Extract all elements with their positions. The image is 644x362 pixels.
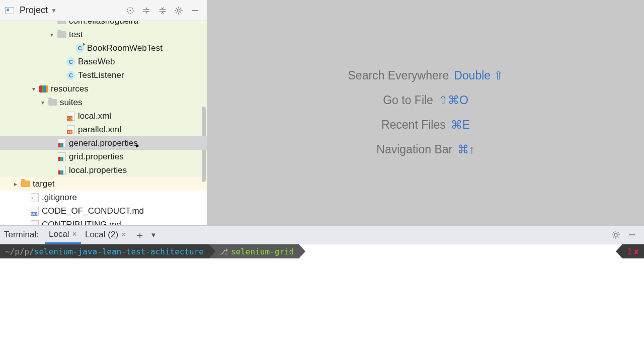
terminal-body[interactable]: ~/p/p/selenium-java-lean-test-achitectur… [0,244,644,362]
tip-shortcut: Double ⇧ [454,69,503,82]
class-icon: C [65,57,76,66]
terminal-toolbar: Terminal: Local×Local (2)× ＋ ▼ [0,225,644,244]
tip-label: Recent Files [381,118,446,132]
res-icon [38,84,49,94]
terminal-tab[interactable]: Local× [45,226,81,244]
project-icon [4,6,15,15]
terminal-tab-label: Local [49,229,69,239]
folder-icon [47,98,58,107]
tree-item-label: parallel.xml [78,125,121,135]
chevron-right-icon[interactable]: ▸ [11,180,20,188]
new-terminal-icon[interactable]: ＋ [135,228,145,242]
terminal-minimize-icon[interactable] [624,227,640,243]
svg-point-2 [177,9,180,12]
tree-item-label: BaseWeb [78,57,115,67]
prop-icon [56,139,67,148]
project-title: Project [20,5,48,16]
tree-item-label: resources [51,84,89,94]
collapse-all-icon[interactable] [154,3,171,19]
tree-item[interactable]: CTestListener [0,68,207,82]
folder-icon [56,30,67,39]
tree-item-label: local.xml [78,111,111,121]
chevron-down-icon: ▼ [51,7,57,14]
tree-item[interactable]: ▸target [0,177,207,191]
expand-all-icon[interactable] [138,3,154,19]
terminal-tab[interactable]: Local (2)× [81,226,130,244]
xml-icon [65,125,76,134]
tree-item[interactable]: CONTRIBUTING.md [0,218,207,225]
tree-item[interactable]: .gitignore [0,191,207,204]
project-header: Project ▼ [0,0,207,21]
tree-item[interactable]: parallel.xml [0,123,207,136]
terminal-tab-label: Local (2) [85,230,118,240]
prop-icon [56,152,67,161]
prompt-path-segment: ~/p/p/selenium-java-lean-test-achitectur… [0,244,209,258]
tree-item[interactable]: CBaseWeb [0,55,207,68]
tip-label: Go to File [383,94,433,107]
tree-item-label: general.properties [69,138,138,148]
terminal-prompt: ~/p/p/selenium-java-lean-test-achitectur… [0,244,644,258]
terminal-settings-icon[interactable] [608,227,624,243]
tree-item-label: .gitignore [42,193,77,203]
project-view-selector[interactable]: Project ▼ [4,5,57,16]
project-tree[interactable]: com.eliasnogueira▾testCBookRoomWebTestCB… [0,21,207,225]
svg-point-3 [614,233,617,236]
tree-item[interactable]: CBookRoomWebTest [0,41,207,55]
tree-item-label: suites [60,98,82,108]
xml-icon [65,112,76,121]
git-icon [29,193,40,202]
close-icon[interactable]: × [72,230,77,239]
tree-item-label: com.eliasnogueira [69,21,138,26]
settings-icon[interactable] [171,3,187,19]
tree-item[interactable]: local.xml [0,109,207,123]
md-icon [29,207,40,216]
tree-item[interactable]: local.properties [0,163,207,177]
tree-item[interactable]: ▾suites [0,96,207,109]
terminal-label: Terminal: [4,230,39,240]
tree-item[interactable]: CODE_OF_CONDUCT.md [0,204,207,218]
editor-tip: Recent Files ⌘E [381,118,470,132]
class-run-icon: C [74,44,86,53]
class-icon: C [65,71,76,80]
tree-item-label: target [33,179,54,189]
chevron-down-icon[interactable]: ▾ [47,31,56,38]
tree-item-label: grid.properties [69,152,124,162]
tip-label: Search Everywhere [348,69,449,82]
terminal-dropdown-icon[interactable]: ▼ [150,231,156,239]
tree-item[interactable]: ▾test [0,28,207,41]
chevron-down-icon[interactable]: ▾ [38,99,47,106]
tree-item-label: BookRoomWebTest [87,43,163,53]
close-icon[interactable]: × [121,230,126,239]
editor-tip: Go to File ⇧⌘O [383,94,468,107]
tip-shortcut: ⇧⌘O [438,94,468,107]
prop-icon [56,166,67,175]
locate-icon[interactable] [122,3,138,19]
prompt-branch-segment: ⎇selenium-grid [209,244,299,258]
tip-shortcut: ⌘E [451,118,470,132]
editor-tip: Navigation Bar ⌘↑ [376,143,474,156]
tree-item[interactable]: general.properties▸ [0,136,207,150]
editor-tip: Search Everywhere Double ⇧ [348,69,504,82]
tree-item-label: CONTRIBUTING.md [42,220,121,226]
tip-label: Navigation Bar [376,143,452,156]
tree-item[interactable]: ▾resources [0,82,207,96]
tip-shortcut: ⌘↑ [457,143,475,156]
md-icon [29,220,40,226]
folder-orange-icon [20,179,31,189]
prompt-status-segment: 1 ✘ [622,244,644,258]
chevron-down-icon[interactable]: ▾ [29,85,38,93]
tree-item-label: local.properties [69,165,127,175]
folder-icon [56,21,67,26]
minimize-icon[interactable] [187,3,203,19]
empty-editor: Search Everywhere Double ⇧Go to File ⇧⌘O… [207,0,644,225]
tree-item[interactable]: com.eliasnogueira [0,21,207,28]
tree-item-label: CODE_OF_CONDUCT.md [42,206,144,216]
project-tool-window: Project ▼ com.eliasnogueira▾testCBookRoo… [0,0,207,225]
svg-point-1 [130,10,131,11]
tree-item[interactable]: grid.properties [0,150,207,163]
tree-item-label: TestListener [78,70,124,80]
tree-item-label: test [69,30,83,40]
